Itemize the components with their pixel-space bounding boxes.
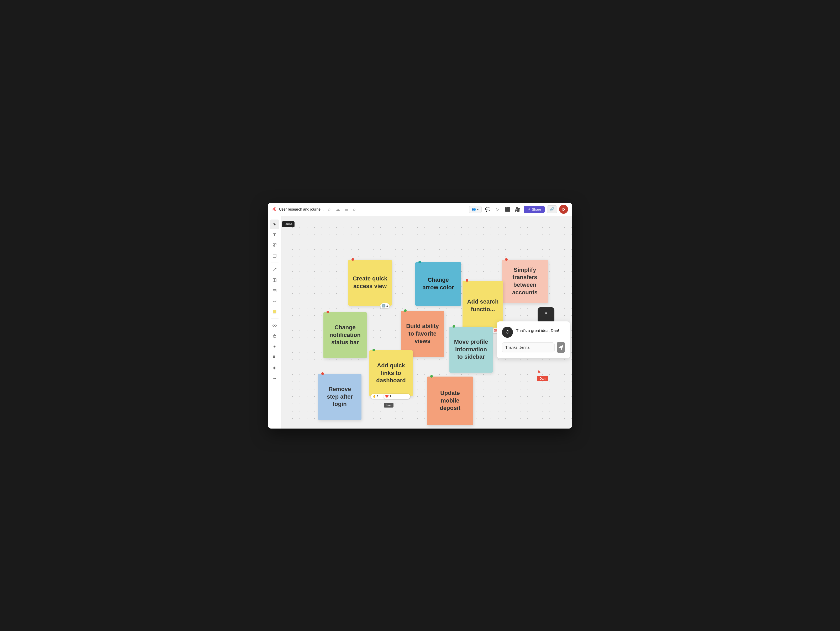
sticky-move-profile[interactable]: Move profile information to sidebar: [449, 327, 493, 373]
sticky-pin-7: [453, 325, 455, 328]
svg-rect-22: [274, 357, 275, 358]
sticky-simplify[interactable]: Simplify transfers between accounts: [502, 260, 548, 303]
text-tool[interactable]: T: [270, 230, 279, 239]
grid-tool[interactable]: [270, 353, 279, 362]
camera-icon[interactable]: 🎥: [514, 206, 522, 213]
sticky-pin-6: [404, 309, 407, 312]
sticky-badge-1: 1️⃣ 1: [381, 303, 390, 308]
cloud-icon[interactable]: ☁: [335, 206, 341, 213]
people-icon: 👥: [472, 207, 476, 211]
svg-rect-20: [274, 356, 275, 357]
comment-reply-input[interactable]: [502, 342, 555, 353]
sticky-pin-2: [418, 261, 421, 263]
sticky-text-create-quick: Create quick access view: [352, 275, 387, 290]
svg-rect-21: [273, 357, 274, 358]
table-tool[interactable]: [270, 275, 279, 285]
page-title: User research and journe...: [279, 207, 324, 211]
sticky-remove-step[interactable]: Remove step after login: [318, 374, 362, 420]
sparkle-tool[interactable]: ✦: [270, 342, 279, 351]
svg-rect-0: [273, 244, 274, 245]
sticky-build-ability[interactable]: Build ability to favorite views: [401, 311, 444, 357]
svg-point-14: [275, 325, 276, 326]
menu-icon[interactable]: ☰: [344, 206, 349, 213]
timer-tool[interactable]: [270, 331, 279, 341]
present-icon[interactable]: ▷: [494, 206, 502, 213]
comment-input-row: [502, 342, 565, 353]
canvas[interactable]: Create quick access view 1️⃣ 1 Change ar…: [281, 217, 572, 429]
lars-label: Lars: [384, 403, 393, 408]
sticky-pin-9: [321, 372, 324, 375]
sidebar-divider-2: [271, 318, 278, 319]
more-tool[interactable]: ···: [270, 373, 279, 383]
diamond-tool[interactable]: ◆: [270, 363, 279, 372]
share-arrow-icon: ↗: [527, 207, 530, 211]
connect-tool[interactable]: [270, 321, 279, 331]
jenna-tooltip: Jenna: [282, 221, 295, 227]
avatar[interactable]: D: [559, 205, 568, 214]
comment-message: That's a great idea, Dan!: [516, 327, 559, 333]
sticky-pin-10: [430, 375, 433, 378]
dan-label: Dan: [537, 376, 548, 381]
comment-bubble[interactable]: ": [538, 307, 554, 324]
select-tool[interactable]: Jenna: [270, 220, 279, 229]
sticky-text-notification: Change notification status bar: [328, 324, 363, 346]
sticky-pin-3: [505, 258, 508, 261]
comment-avatar: J: [502, 327, 513, 338]
lars-cursor: Lars: [384, 403, 388, 408]
people-button[interactable]: 👥 ▾: [469, 206, 482, 213]
sticky-text-move-profile: Move profile information to sidebar: [453, 338, 488, 361]
sticky-notification[interactable]: Change notification status bar: [324, 312, 367, 358]
send-reply-button[interactable]: [557, 342, 565, 353]
frame-tool[interactable]: [270, 240, 279, 250]
send-icon: [558, 345, 564, 350]
svg-rect-19: [273, 356, 274, 357]
sticky-change-arrow[interactable]: Change arrow color: [415, 263, 461, 306]
pen-tool[interactable]: [270, 265, 279, 274]
sidebar: Jenna T: [268, 217, 281, 429]
shape-tool[interactable]: [270, 251, 279, 261]
star-icon[interactable]: ☆: [326, 206, 332, 213]
sticky-text-update-mobile: Update mobile deposit: [431, 389, 469, 412]
search-icon[interactable]: ⌕: [352, 206, 357, 213]
comment-author-row: J That's a great idea, Dan!: [502, 327, 565, 338]
dan-cursor-arrow: [537, 369, 542, 375]
svg-point-5: [275, 268, 276, 269]
quote-icon: ": [545, 311, 547, 319]
sticky-pin-8: [373, 349, 375, 351]
share-button[interactable]: ↗ Share: [524, 206, 545, 213]
titlebar: ✳ User research and journe... ☆ ☁ ☰ ⌕ 👥 …: [268, 203, 572, 217]
svg-rect-1: [275, 244, 276, 245]
svg-rect-2: [273, 245, 274, 247]
sticky-update-mobile[interactable]: Update mobile deposit: [427, 376, 473, 425]
titlebar-left: ✳ User research and journe... ☆ ☁ ☰ ⌕: [272, 206, 469, 213]
chat-icon[interactable]: 💬: [484, 206, 492, 213]
sticky-pin-5: [327, 311, 329, 313]
dan-cursor: Dan: [537, 369, 548, 381]
sticky-add-links[interactable]: Add quick links to dashboard 🤚 1 ❤️ 1: [369, 350, 413, 396]
sticky-text-add-search: Add search functio...: [467, 298, 499, 313]
image-tool[interactable]: [270, 286, 279, 296]
link-button[interactable]: 🔗: [547, 206, 557, 213]
svg-line-4: [273, 268, 276, 271]
main-area: Jenna T: [268, 217, 572, 429]
sticky-text-simplify: Simplify transfers between accounts: [506, 266, 544, 296]
sticky-text-add-links: Add quick links to dashboard: [374, 362, 409, 384]
sticky-pin-1: [352, 258, 354, 261]
titlebar-right: 👥 ▾ 💬 ▷ ⬛ 🎥 ↗ Share 🔗 D: [469, 205, 568, 214]
sticky-text-remove-step: Remove step after login: [322, 386, 357, 408]
svg-rect-3: [273, 254, 276, 257]
sticky-note-tool[interactable]: [270, 307, 279, 316]
sticky-badge-links-2: ❤️ 1: [384, 394, 410, 399]
svg-point-13: [273, 325, 274, 326]
svg-rect-11: [273, 310, 276, 313]
share-label: Share: [532, 207, 541, 211]
comment-panel: J That's a great idea, Dan!: [497, 321, 570, 358]
sticky-create-quick[interactable]: Create quick access view 1️⃣ 1: [348, 260, 392, 306]
draw-tool[interactable]: [270, 296, 279, 306]
sticky-pin-4: [466, 279, 468, 282]
people-chevron: ▾: [477, 207, 479, 211]
video-icon[interactable]: ⬛: [504, 206, 512, 213]
app-window: ✳ User research and journe... ☆ ☁ ☰ ⌕ 👥 …: [268, 203, 572, 429]
sticky-text-build-ability: Build ability to favorite views: [405, 323, 440, 345]
sticky-text-change-arrow: Change arrow color: [420, 276, 457, 291]
